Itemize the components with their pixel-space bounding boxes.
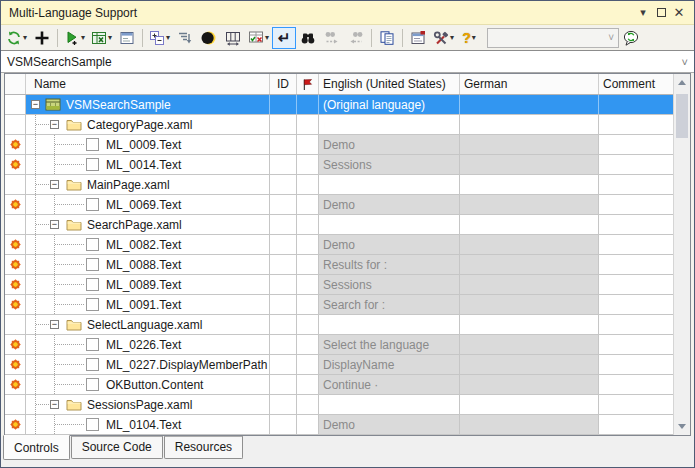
id-cell[interactable]: [270, 295, 297, 314]
id-cell[interactable]: [270, 375, 297, 394]
id-cell[interactable]: [270, 155, 297, 174]
german-cell[interactable]: [460, 275, 599, 294]
tree-row[interactable]: ML_0009.TextDemo: [5, 135, 673, 155]
flag-cell[interactable]: [297, 355, 319, 374]
tree-row[interactable]: ML_0014.TextSessions: [5, 155, 673, 175]
vertical-scrollbar[interactable]: [673, 74, 690, 435]
row-checkbox[interactable]: [86, 418, 99, 431]
id-cell[interactable]: [270, 115, 297, 134]
id-cell[interactable]: [270, 235, 297, 254]
flag-cell[interactable]: [297, 315, 319, 334]
header-flag[interactable]: [297, 74, 319, 94]
flag-cell[interactable]: [297, 135, 319, 154]
name-cell[interactable]: ML_0091.Text: [26, 295, 270, 314]
project-combobox[interactable]: VSMSearchSample ˅: [1, 51, 694, 73]
tab-resources[interactable]: Resources: [164, 436, 243, 459]
name-cell[interactable]: ML_0089.Text: [26, 275, 270, 294]
flag-cell[interactable]: [297, 375, 319, 394]
tree-row[interactable]: −CategoryPage.xaml: [5, 115, 673, 135]
german-cell[interactable]: [460, 155, 599, 174]
find-button[interactable]: [296, 27, 320, 49]
name-cell[interactable]: OKButton.Content: [26, 375, 270, 394]
flag-cell[interactable]: [297, 335, 319, 354]
id-cell[interactable]: [270, 255, 297, 274]
row-checkbox[interactable]: [86, 278, 99, 291]
name-cell[interactable]: ML_0082.Text: [26, 235, 270, 254]
id-cell[interactable]: [270, 195, 297, 214]
flag-cell[interactable]: [297, 235, 319, 254]
comment-cell[interactable]: [599, 355, 673, 374]
name-cell[interactable]: −SessionsPage.xaml: [26, 395, 270, 414]
english-cell[interactable]: Search for :: [319, 295, 460, 314]
comment-cell[interactable]: [599, 175, 673, 194]
english-cell[interactable]: Sessions: [319, 155, 460, 174]
name-cell[interactable]: −CategoryPage.xaml: [26, 115, 270, 134]
tree-row[interactable]: ML_0089.TextSessions: [5, 275, 673, 295]
tab-controls[interactable]: Controls: [3, 435, 70, 460]
collapse-expander[interactable]: −: [50, 120, 59, 129]
dropdown-caret-icon[interactable]: ▾: [81, 33, 85, 42]
name-cell[interactable]: ML_0088.Text: [26, 255, 270, 274]
tree-row[interactable]: ML_0069.TextDemo: [5, 195, 673, 215]
comment-cell[interactable]: [599, 375, 673, 394]
comment-cell[interactable]: [599, 415, 673, 434]
german-cell[interactable]: [460, 395, 599, 414]
scroll-down-button[interactable]: [674, 418, 690, 435]
name-cell[interactable]: ML_0226.Text: [26, 335, 270, 354]
name-cell[interactable]: −SearchPage.xaml: [26, 215, 270, 234]
comment-cell[interactable]: [599, 395, 673, 414]
help-button[interactable]: ?▾: [457, 27, 481, 49]
collapse-expander[interactable]: −: [50, 220, 59, 229]
german-cell[interactable]: [460, 415, 599, 434]
german-cell[interactable]: [460, 355, 599, 374]
german-cell[interactable]: [460, 335, 599, 354]
id-cell[interactable]: [270, 335, 297, 354]
tree-row[interactable]: ML_0226.TextSelect the language: [5, 335, 673, 355]
comment-cell[interactable]: [599, 275, 673, 294]
tab-source-code[interactable]: Source Code: [71, 436, 163, 459]
header-comment[interactable]: Comment: [599, 74, 673, 94]
id-cell[interactable]: [270, 215, 297, 234]
name-cell[interactable]: ML_0014.Text: [26, 155, 270, 174]
flag-cell[interactable]: [297, 395, 319, 414]
collapse-expander[interactable]: −: [50, 320, 59, 329]
id-cell[interactable]: [270, 135, 297, 154]
row-checkbox[interactable]: [86, 198, 99, 211]
scrollbar-thumb[interactable]: [676, 94, 688, 138]
german-cell[interactable]: [460, 255, 599, 274]
row-checkbox[interactable]: [86, 238, 99, 251]
english-cell[interactable]: [319, 115, 460, 134]
id-cell[interactable]: [270, 315, 297, 334]
row-checkbox[interactable]: [86, 158, 99, 171]
flag-cell[interactable]: [297, 155, 319, 174]
id-cell[interactable]: [270, 275, 297, 294]
german-cell[interactable]: [460, 375, 599, 394]
german-cell[interactable]: [460, 135, 599, 154]
english-cell[interactable]: [319, 315, 460, 334]
german-cell[interactable]: [460, 235, 599, 254]
english-cell[interactable]: [319, 215, 460, 234]
row-checkbox[interactable]: [86, 358, 99, 371]
row-checkbox[interactable]: [86, 378, 99, 391]
comment-cell[interactable]: [599, 255, 673, 274]
collapse-expander[interactable]: −: [50, 180, 59, 189]
scroll-up-button[interactable]: [674, 74, 690, 91]
tree-row[interactable]: ML_0082.TextDemo: [5, 235, 673, 255]
row-checkbox[interactable]: [86, 138, 99, 151]
comment-cell[interactable]: [599, 235, 673, 254]
row-checkbox[interactable]: [86, 338, 99, 351]
english-cell[interactable]: Select the language: [319, 335, 460, 354]
column-width-button[interactable]: [221, 27, 245, 49]
flag-cell[interactable]: [297, 295, 319, 314]
property-pages-button[interactable]: [406, 27, 430, 49]
english-cell[interactable]: Demo: [319, 235, 460, 254]
english-cell[interactable]: Continue ·: [319, 375, 460, 394]
comment-cell[interactable]: [599, 295, 673, 314]
id-cell[interactable]: [270, 95, 297, 114]
close-icon[interactable]: ✕: [670, 5, 688, 21]
row-checkbox[interactable]: [86, 298, 99, 311]
maximize-icon[interactable]: [652, 5, 670, 21]
german-cell[interactable]: [460, 295, 599, 314]
tree-row[interactable]: −SelectLanguage.xaml: [5, 315, 673, 335]
dropdown-caret-icon[interactable]: ▾: [472, 33, 476, 42]
